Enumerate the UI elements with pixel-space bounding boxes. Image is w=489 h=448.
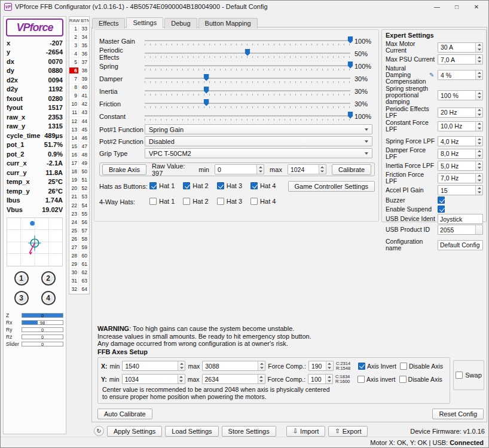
disable-axis-checkbox[interactable]: Disable Axis (400, 363, 443, 370)
spin-up-button[interactable] (476, 137, 482, 142)
axis-invert-checkbox[interactable]: Axis Invert (358, 363, 396, 370)
axis-min-spinbox[interactable]: 1540 (122, 361, 185, 371)
slider-handle[interactable] (204, 99, 209, 106)
spin-down-button[interactable] (476, 96, 482, 100)
hat-checkbox[interactable]: Hat 3 (217, 182, 242, 189)
spin-up-button[interactable] (476, 186, 482, 191)
hat-checkbox[interactable]: Hat 2 (183, 182, 208, 189)
force-comp-spinbox[interactable]: 100 (308, 374, 333, 384)
axis-min-spinbox[interactable]: 1034 (122, 374, 185, 384)
spin-up-button[interactable] (476, 108, 482, 113)
axis-max-spinbox[interactable]: 3088 (202, 361, 265, 371)
checkbox[interactable] (149, 198, 157, 205)
setting-field[interactable]: Default Config (438, 240, 483, 250)
spin-down-button[interactable] (476, 142, 482, 146)
setting-field[interactable]: 2055 (438, 225, 483, 235)
checkbox[interactable] (217, 182, 224, 189)
gain-slider[interactable] (145, 36, 350, 46)
brake-axis-button[interactable]: Brake Axis (102, 164, 146, 175)
spin-down-button[interactable] (326, 379, 332, 384)
gain-slider[interactable] (145, 99, 350, 109)
spin-up-button[interactable] (178, 375, 185, 379)
edit-icon[interactable]: ✎ (429, 72, 437, 78)
dropdown[interactable]: Spring Gain (145, 124, 372, 134)
checkbox[interactable] (438, 197, 445, 204)
hat-checkbox[interactable]: Hat 4 (250, 182, 276, 189)
hat-checkbox[interactable]: Hat 1 (149, 182, 175, 189)
dropdown[interactable]: Disabled (145, 136, 372, 146)
spin-up-button[interactable] (319, 165, 326, 170)
gain-slider[interactable] (145, 74, 350, 84)
brake-max-spinbox[interactable]: 1024 (288, 164, 326, 174)
checkbox[interactable] (456, 372, 463, 379)
spin-down-button[interactable] (476, 178, 482, 183)
spin-down-button[interactable] (257, 170, 264, 174)
checkbox[interactable] (400, 363, 407, 370)
spin-up-button[interactable] (326, 361, 333, 366)
gain-slider[interactable] (145, 112, 350, 121)
slider-handle[interactable] (348, 36, 353, 44)
axis-max-spinbox[interactable]: 2634 (202, 374, 265, 384)
gain-slider[interactable] (145, 87, 350, 96)
slider-handle[interactable] (348, 62, 353, 69)
spin-down-button[interactable] (178, 366, 185, 371)
minimize-button[interactable]: — (429, 4, 445, 10)
apply-settings-button[interactable]: Apply Settings (107, 426, 162, 437)
refresh-button[interactable]: ↻ (94, 426, 104, 436)
checkbox[interactable] (149, 182, 157, 189)
checkbox[interactable] (399, 376, 407, 383)
spin-down-button[interactable] (476, 47, 482, 52)
auto-calibrate-button[interactable]: Auto Calibrate (97, 409, 152, 419)
spin-down-button[interactable] (476, 60, 482, 65)
gain-slider[interactable] (145, 62, 350, 71)
spin-down-button[interactable] (319, 170, 326, 174)
tab[interactable]: Settings (126, 17, 163, 28)
maximize-button[interactable]: □ (448, 4, 465, 10)
checkbox[interactable] (358, 363, 365, 370)
spin-up-button[interactable] (178, 361, 185, 366)
slider-handle[interactable] (348, 112, 353, 119)
spin-up-button[interactable] (326, 375, 332, 379)
spin-up-button[interactable] (476, 70, 482, 75)
hat-checkbox[interactable]: Hat 1 (149, 198, 175, 205)
spin-up-button[interactable] (476, 174, 482, 179)
load-settings-button[interactable]: Load Settings (165, 426, 218, 437)
spin-up-button[interactable] (476, 55, 482, 60)
dropdown[interactable]: VPC T-50CM2 (145, 148, 372, 158)
spin-down-button[interactable] (476, 75, 482, 80)
gain-slider[interactable] (145, 49, 350, 59)
spin-up-button[interactable] (476, 91, 482, 96)
spin-down-button[interactable] (326, 366, 333, 371)
slider-handle[interactable] (204, 74, 209, 81)
swap-checkbox[interactable]: Swap (456, 372, 482, 379)
spin-down-button[interactable] (258, 366, 265, 371)
spin-up-button[interactable] (476, 122, 482, 127)
checkbox[interactable] (183, 198, 190, 205)
setting-spinbox[interactable]: 5,0 Hz (438, 161, 483, 171)
spin-down-button[interactable] (476, 112, 482, 117)
checkbox[interactable] (217, 198, 224, 205)
setting-spinbox[interactable]: 8,0 Hz (438, 149, 483, 159)
setting-spinbox[interactable]: 4 % (438, 70, 483, 80)
setting-spinbox[interactable]: 7,0 A (438, 54, 483, 65)
hat-checkbox[interactable]: Hat 2 (183, 198, 208, 205)
checkbox[interactable] (438, 205, 445, 213)
setting-spinbox[interactable]: 100 % (438, 90, 483, 100)
checkbox[interactable] (183, 182, 190, 189)
spin-up-button[interactable] (476, 43, 482, 48)
spin-down-button[interactable] (178, 379, 185, 384)
spin-up-button[interactable] (258, 375, 265, 379)
setting-spinbox[interactable]: 7,0 Hz (438, 173, 483, 183)
spin-up-button[interactable] (258, 361, 265, 366)
close-button[interactable]: ✕ (468, 4, 485, 10)
slider-handle[interactable] (245, 49, 250, 56)
spin-down-button[interactable] (476, 191, 482, 195)
slider-handle[interactable] (204, 87, 209, 94)
spin-down-button[interactable] (476, 126, 482, 131)
game-controller-settings-button[interactable]: Game Controller Settings (288, 181, 375, 192)
checkbox[interactable] (250, 182, 258, 189)
tab[interactable]: Button Mapping (198, 18, 258, 29)
reset-config-button[interactable]: Reset Config (432, 409, 484, 419)
setting-spinbox[interactable]: 15 (438, 185, 483, 195)
setting-spinbox[interactable]: 20 Hz (438, 108, 483, 118)
